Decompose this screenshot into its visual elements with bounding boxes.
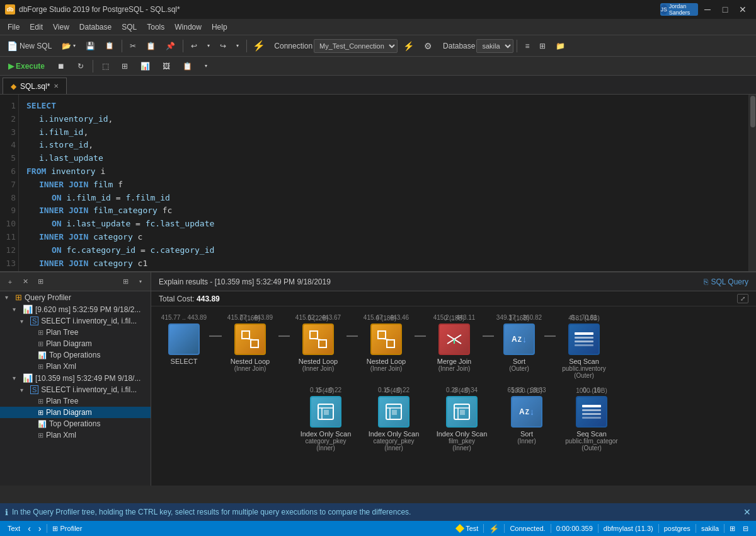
paste-button[interactable]: 📌 [161,38,180,54]
maximize-button[interactable]: □ [717,3,733,16]
expand-diagram-button[interactable]: ⤢ [737,294,748,303]
database-selector[interactable]: sakila [476,39,513,53]
editor-scrollbar-thumb[interactable] [750,96,755,127]
status-connected[interactable]: Connected. [507,525,547,532]
status-sakila[interactable]: sakila [699,525,721,532]
cut-button[interactable]: ✂ [125,38,140,54]
indexscan3-box: 0 (4B) [446,396,478,428]
status-postgres[interactable]: postgres [662,525,693,532]
h-line-4 [415,335,426,337]
status-time[interactable]: 0:00:00.359 [554,525,595,532]
menu-help[interactable]: Help [207,19,232,35]
exec-extra-2[interactable]: ⊞ [116,59,134,74]
exec-extra-arrow[interactable]: ▾ [199,59,213,74]
exec-extra-5[interactable]: 📋 [177,59,198,74]
open-icon: 📂 [62,42,71,50]
execute-button[interactable]: ▶ Execute [3,59,50,74]
menu-database[interactable]: Database [74,19,117,35]
tree-item-run1-topops[interactable]: ▸ 📊 Top Operations [0,349,151,361]
tree-arrow-empty-2: ▸ [28,341,35,347]
tab-close-button[interactable]: ✕ [54,83,59,90]
minimize-button[interactable]: ─ [699,3,716,16]
menu-sql[interactable]: SQL [117,19,142,35]
tree-item-run1-plantree[interactable]: ▸ ⊞ Plan Tree [0,327,151,338]
tab-sql-sql[interactable]: ◆ SQL.sql* ✕ [3,78,67,94]
status-text-btn[interactable]: Text [5,525,23,532]
nested3-box: 0 (18B) [370,323,402,355]
status-arrow-right[interactable]: › [36,523,44,533]
select-icon-2: S [30,385,38,394]
undo-button[interactable]: ↩ [186,38,202,54]
connection-settings[interactable]: ⚙ [420,38,437,54]
tree-item-run1-select[interactable]: ▾ S SELECT i.inventory_id, i.fil... [0,315,151,327]
toolbar-extra-2[interactable]: ⊞ [535,38,550,54]
status-connection-icon[interactable]: ⚡ [486,524,501,533]
status-dbfmylast[interactable]: dbfmylast (11.3) [601,525,656,532]
status-view-toggle-2[interactable]: ⊟ [740,525,751,533]
exec-extra-1[interactable]: ⬚ [96,59,115,74]
node-sort2: 65.83 .. 68.33 1000 (10B) A Z ↓ Sort (In… [501,387,552,445]
tree-item-run2[interactable]: ▾ 📊 [10.359 ms] 5:32:49 PM 9/18/... [0,372,151,384]
menu-file[interactable]: File [3,19,25,35]
tree-arrow-run1-select: ▾ [20,318,28,325]
connection-selector[interactable]: My_Test_Connection [314,39,398,53]
code-content[interactable]: SELECT i.inventory_id, i.film_id, i.stor… [19,95,756,271]
tree-item-run1-xml[interactable]: ▸ ⊞ Plan Xml [0,361,151,372]
exec-extra-4[interactable]: 🖼 [157,59,176,74]
panel-add-button[interactable]: + [4,276,16,288]
close-button[interactable]: ✕ [735,3,751,16]
refresh-button[interactable]: ↻ [72,59,89,74]
connection-action[interactable]: ⚡ [399,38,418,54]
status-test[interactable]: Test [454,525,481,532]
status-sep-2 [483,524,484,533]
redo-button[interactable]: ↪ [215,38,231,54]
seqscan1-conn-label: 4581 (16B) [568,315,599,322]
table-row2-3 [582,413,601,415]
plandiagram-icon-2: ⊞ [38,409,43,417]
connected-label: Connected. [510,525,545,532]
menu-window[interactable]: Window [169,19,207,35]
sort1-box: 1 (16B) A Z ↓ [503,323,535,355]
panel-grid-button[interactable]: ⊞ [119,276,132,288]
panel-remove-button[interactable]: ✕ [19,276,32,288]
status-sep-8 [724,524,724,533]
info-close-button[interactable]: ✕ [743,507,751,517]
tree-item-profiler-root[interactable]: ▾ ⊞ Query Profiler [0,291,151,303]
tree-item-run2-plantree[interactable]: ▸ ⊞ Plan Tree [0,395,151,407]
panel-grid-arrow[interactable]: ▾ [134,276,147,288]
exec-extra-3[interactable]: 📊 [135,59,156,74]
tree-item-run2-topops[interactable]: ▸ 📊 Top Operations [0,418,151,429]
tree-item-run2-xml[interactable]: ▸ ⊞ Plan Xml [0,429,151,441]
tree-item-run2-select[interactable]: ▾ S SELECT i.inventory_id, i.fil... [0,384,151,395]
save-all-button[interactable]: 📋 [101,38,118,54]
status-profiler-btn[interactable]: ⊞ Profiler [50,525,85,533]
execute-toolbar: ▶ Execute ⏹ ↻ ⬚ ⊞ 📊 🖼 📋 ▾ [0,57,756,76]
toolbar-extra-1[interactable]: ≡ [520,38,534,54]
node-nested3: 415.47 .. 443.46 0 (18B) Nested Loop (I [358,314,415,372]
toolbar-extra-3[interactable]: 📁 [551,38,570,54]
view-icon-2: ⊟ [743,525,748,533]
stop-button[interactable]: ⏹ [52,59,71,74]
code-line-7: INNER JOIN film f [26,178,748,192]
undo-arrow[interactable]: ▾ [203,38,214,54]
menu-view[interactable]: View [48,19,74,35]
tree-item-run1-diagram[interactable]: ▸ ⊞ Plan Diagram [0,338,151,349]
plan-diagram[interactable]: 415.77 .. 443.89 SELECT [151,306,756,482]
editor-scrollbar[interactable] [748,95,756,271]
menu-tools[interactable]: Tools [142,19,169,35]
topops-icon-2: 📊 [38,420,47,428]
copy-button[interactable]: 📋 [142,38,160,54]
tree-item-run2-diagram[interactable]: ▸ ⊞ Plan Diagram [0,407,151,418]
sql-query-button[interactable]: ⎘ SQL Query [704,277,748,286]
new-sql-button[interactable]: 📄 New SQL [3,38,56,54]
status-view-toggle-1[interactable]: ⊞ [727,525,738,533]
open-button[interactable]: 📂 ▾ [57,38,80,54]
panel-expand-button[interactable]: ⊞ [34,276,47,288]
menu-edit[interactable]: Edit [25,19,48,35]
save-button[interactable]: 💾 [81,38,100,54]
status-arrow-left[interactable]: ‹ [25,523,33,533]
tree-item-run1[interactable]: ▾ 📊 [9.620 ms] 5:32:59 PM 9/18/2... [0,303,151,315]
code-line-6: FROM inventory i [26,165,748,178]
redo-arrow[interactable]: ▾ [232,38,243,54]
seqscan2-box: 1000 (10B) [576,396,607,428]
